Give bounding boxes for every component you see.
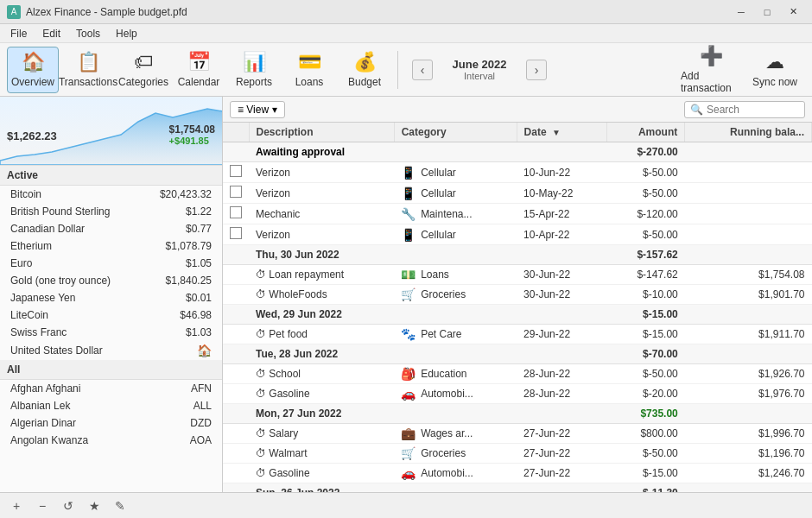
col-amount[interactable]: Amount	[607, 123, 685, 142]
col-checkbox	[223, 123, 249, 142]
sort-icon: ▼	[552, 128, 561, 137]
col-date[interactable]: Date ▼	[517, 123, 606, 142]
add-transaction-icon: ➕	[700, 45, 723, 67]
remove-button[interactable]: −	[33, 496, 52, 515]
menu-edit[interactable]: Edit	[35, 26, 67, 41]
sidebar-account-eth[interactable]: Etherium $1,078.79	[0, 237, 222, 255]
bottom-bar: + − ↺ ★ ✎	[0, 492, 812, 518]
row-desc: ⏱ Walmart	[249, 444, 394, 464]
refresh-button[interactable]: ↺	[59, 496, 78, 515]
table-row[interactable]: ⏱ WholeFoods 🛒Groceries 30-Jun-22 $-10.0…	[223, 285, 812, 305]
sync-now-button[interactable]: ☁ Sync now	[745, 47, 805, 93]
row-desc: ⏱ Gasoline	[249, 384, 394, 404]
table-row[interactable]: Verizon 📱Cellular 10-Jun-22 $-50.00	[223, 162, 812, 183]
row-date: 28-Jun-22	[517, 384, 606, 404]
row-checkbox[interactable]	[230, 165, 242, 177]
add-button[interactable]: +	[7, 496, 26, 515]
sidebar-account-bitcoin[interactable]: Bitcoin $20,423.32	[0, 186, 222, 203]
toolbar-calendar[interactable]: 📅 Calendar	[173, 47, 225, 93]
table-row[interactable]: ⏱ Gasoline 🚗Automobi... 28-Jun-22 $-20.0…	[223, 384, 812, 404]
toolbar-loans-label: Loans	[295, 76, 324, 88]
table-row[interactable]: ⏱ School 🎒Education 28-Jun-22 $-50.00 $1…	[223, 364, 812, 384]
sidebar-list[interactable]: Active Bitcoin $20,423.32 British Pound …	[0, 166, 222, 492]
minimize-button[interactable]: ─	[729, 3, 753, 21]
sidebar-account-chf[interactable]: Swiss Franc $1.03	[0, 324, 222, 341]
row-desc: ⏱ WholeFoods	[249, 285, 394, 305]
sidebar-account-ltc[interactable]: LiteCoin $46.98	[0, 306, 222, 324]
sidebar-account-cad[interactable]: Canadian Dollar $0.77	[0, 220, 222, 237]
search-input[interactable]	[707, 104, 799, 116]
row-desc: Verizon	[249, 183, 394, 204]
toolbar-loans[interactable]: 💳 Loans	[283, 47, 335, 93]
education-icon: 🎒	[401, 367, 416, 381]
group-header-thu30: Thu, 30 Jun 2022 $-157.62	[223, 245, 812, 265]
group-date-label: Tue, 28 Jun 2022	[249, 344, 607, 364]
groceries-icon: 🛒	[401, 287, 416, 301]
row-cat: Maintena...	[421, 208, 472, 220]
row-checkbox[interactable]	[230, 206, 242, 218]
sidebar-account-aoa[interactable]: Angolan Kwanza AOA	[0, 432, 222, 449]
table-row[interactable]: ⏱ Salary 💼Wages ar... 27-Jun-22 $800.00 …	[223, 424, 812, 444]
row-cat: Cellular	[421, 187, 456, 199]
menu-file[interactable]: File	[3, 26, 34, 41]
toolbar-transactions[interactable]: 📋 Transactions	[62, 47, 114, 93]
transaction-table-wrapper[interactable]: Description Category Date ▼ Amount Runni…	[223, 123, 812, 492]
sidebar-account-eur[interactable]: Euro $1.05	[0, 255, 222, 272]
table-row[interactable]: ⏱ Walmart 🛒Groceries 27-Jun-22 $-50.00 $…	[223, 444, 812, 464]
row-amount: $-50.00	[607, 444, 685, 464]
sidebar-account-afn[interactable]: Afghan Afghani AFN	[0, 380, 222, 397]
menu-help[interactable]: Help	[109, 26, 144, 41]
toolbar-overview[interactable]: 🏠 Overview	[7, 47, 59, 93]
row-desc: ⏱ School	[249, 364, 394, 384]
table-row[interactable]: ⏱ Loan repayment 💵Loans 30-Jun-22 $-147.…	[223, 265, 812, 285]
search-box[interactable]: 🔍	[684, 101, 805, 118]
nav-next-button[interactable]: ›	[526, 60, 547, 80]
toolbar-budget[interactable]: 💰 Budget	[339, 47, 390, 93]
row-cat: Groceries	[421, 447, 466, 459]
sidebar-account-usd[interactable]: United States Dollar 🏠	[0, 341, 222, 360]
table-row[interactable]: Verizon 📱Cellular 10-Apr-22 $-50.00	[223, 224, 812, 245]
view-button[interactable]: ≡ View ▾	[230, 101, 285, 118]
group-amount: $-15.00	[607, 305, 685, 325]
groceries-icon: 🛒	[401, 446, 416, 460]
col-running[interactable]: Running bala...	[685, 123, 812, 142]
sidebar-chart: $1,262.23 $1,754.08 +$491.85	[0, 97, 222, 166]
toolbar-categories[interactable]: 🏷 Categories	[117, 47, 169, 93]
table-row[interactable]: Verizon 📱Cellular 10-May-22 $-50.00	[223, 183, 812, 204]
toolbar-reports[interactable]: 📊 Reports	[228, 47, 280, 93]
maximize-button[interactable]: □	[755, 3, 779, 21]
sidebar-account-dzd[interactable]: Algerian Dinar DZD	[0, 414, 222, 432]
group-header-sun26: Sun, 26 Jun 2022 $-11.30	[223, 483, 812, 493]
add-transaction-button[interactable]: ➕ Add transaction	[681, 47, 741, 93]
row-amount: $-10.00	[607, 285, 685, 305]
window-controls[interactable]: ─ □ ✕	[729, 3, 805, 21]
row-checkbox[interactable]	[230, 227, 242, 239]
view-chevron-icon: ▾	[272, 104, 277, 116]
table-row[interactable]: ⏱ Gasoline 🚗Automobi... 27-Jun-22 $-15.0…	[223, 464, 812, 483]
row-date: 28-Jun-22	[517, 364, 606, 384]
row-running	[685, 224, 812, 245]
sidebar-account-gbp[interactable]: British Pound Sterling $1.22	[0, 203, 222, 220]
auto-icon: 🚗	[401, 387, 416, 401]
close-button[interactable]: ✕	[781, 3, 805, 21]
table-row[interactable]: ⏱ Pet food 🐾Pet Care 29-Jun-22 $-15.00 $…	[223, 325, 812, 344]
table-row[interactable]: Mechanic 🔧Maintena... 15-Apr-22 $-120.00	[223, 204, 812, 224]
sidebar-account-gold[interactable]: Gold (one troy ounce) $1,840.25	[0, 272, 222, 289]
col-category[interactable]: Category	[394, 123, 517, 142]
col-description[interactable]: Description	[249, 123, 394, 142]
app-icon: A	[7, 5, 21, 19]
row-desc: ⏱ Pet food	[249, 325, 394, 344]
chart-right-value: $1,754.08 +$491.85	[169, 123, 215, 146]
group-amount: $-11.30	[607, 483, 685, 493]
star-button[interactable]: ★	[85, 496, 104, 515]
row-checkbox[interactable]	[230, 186, 242, 198]
sidebar-account-all[interactable]: Albanian Lek ALL	[0, 397, 222, 414]
calendar-icon: 📅	[187, 51, 211, 73]
menu-tools[interactable]: Tools	[69, 26, 107, 41]
categories-icon: 🏷	[134, 51, 153, 73]
row-desc: ⏱ Salary	[249, 424, 394, 444]
cellular-icon: 📱	[401, 186, 416, 200]
edit-button[interactable]: ✎	[111, 496, 130, 515]
nav-prev-button[interactable]: ‹	[412, 60, 433, 80]
sidebar-account-jpy[interactable]: Japanese Yen $0.01	[0, 289, 222, 306]
